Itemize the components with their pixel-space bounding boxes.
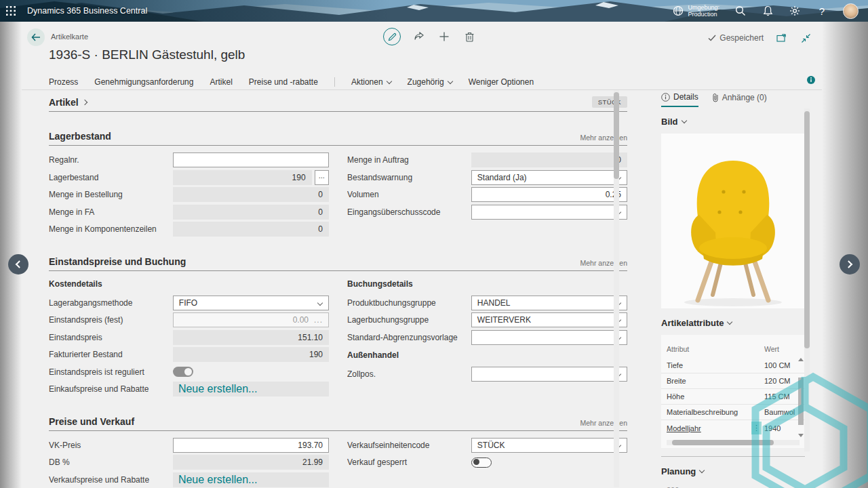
- field-label: Einstandspreis: [49, 333, 165, 342]
- next-record-button[interactable]: [840, 254, 860, 274]
- einstandspreis-field[interactable]: 151.10: [173, 330, 329, 345]
- scroll-down-icon[interactable]: [798, 434, 804, 437]
- scrollbar-thumb[interactable]: [614, 92, 619, 179]
- chevron-right-icon: [845, 260, 852, 268]
- factbox-divider: [661, 456, 805, 457]
- ribbon-item-prozess[interactable]: Prozess: [49, 77, 78, 87]
- environment-switcher[interactable]: Umgebung: Production: [673, 4, 719, 18]
- lagerabgangsmethode-select[interactable]: FIFO: [173, 296, 329, 310]
- new-plus-button[interactable]: [437, 30, 451, 43]
- info-icon: [661, 93, 670, 102]
- user-avatar[interactable]: [843, 3, 859, 19]
- show-more-link[interactable]: Mehr anzeigen: [580, 419, 627, 427]
- einstandspreise-title[interactable]: Einstandspreise und Buchung: [49, 256, 186, 267]
- field-row: Einkaufspreise und Rabatte Neue erstelle…: [49, 382, 329, 396]
- attributes-table: Attribut Wert Tiefe100 CM Breite120 CM H…: [661, 335, 805, 448]
- show-more-link[interactable]: Mehr anzeigen: [580, 259, 627, 267]
- menge-in-komponentenzeilen-field[interactable]: 0: [173, 222, 329, 237]
- zollpos-select[interactable]: [471, 367, 627, 382]
- unit-of-measure-badge[interactable]: STÜCK: [592, 96, 627, 108]
- table-row-selected[interactable]: Modelljahr ⋮ 1940: [661, 420, 805, 436]
- notifications-bell-icon[interactable]: [762, 5, 774, 17]
- back-button[interactable]: [27, 28, 45, 46]
- ribbon-menu-aktionen[interactable]: Aktionen: [351, 77, 391, 87]
- delete-trash-button[interactable]: [462, 30, 476, 43]
- scrollbar-thumb[interactable]: [672, 440, 774, 445]
- volumen-input[interactable]: 0.25: [471, 187, 627, 202]
- show-more-link[interactable]: Mehr anzeigen: [580, 134, 627, 142]
- scroll-up-icon[interactable]: [798, 358, 804, 361]
- verkauf-gesperrt-toggle[interactable]: [471, 458, 492, 468]
- einstandspreis-fest-input[interactable]: 0.00...: [173, 312, 329, 327]
- ribbon-item-genehmigungsanforderung[interactable]: Genehmigungsanforderung: [94, 77, 193, 87]
- artikelattribute-section-header[interactable]: Artikelattribute: [661, 318, 821, 328]
- field-label: Bestandswarnung: [347, 173, 463, 182]
- teaching-tip-info-icon[interactable]: [807, 76, 815, 84]
- lagerbestand-title[interactable]: Lagerbestand: [49, 131, 111, 142]
- lagerbuchungsgruppe-select[interactable]: WEITERVERK: [471, 312, 627, 327]
- eingangsueberschusscode-select[interactable]: [471, 205, 627, 220]
- chevron-down-icon: [727, 319, 732, 325]
- lagerbestand-assist-button[interactable]: ...: [315, 170, 329, 185]
- table-horizontal-scrollbar[interactable]: [667, 440, 800, 445]
- scrollbar-thumb[interactable]: [798, 378, 804, 425]
- table-vertical-scrollbar[interactable]: [798, 358, 804, 437]
- chevron-down-icon: [681, 118, 686, 123]
- collapse-window-icon[interactable]: [799, 31, 812, 45]
- ribbon-item-artikel[interactable]: Artikel: [210, 77, 232, 87]
- produktbuchungsgruppe-select[interactable]: HANDEL: [471, 296, 627, 310]
- scrollbar-thumb[interactable]: [804, 111, 810, 348]
- open-in-new-window-icon[interactable]: [774, 31, 788, 45]
- share-button[interactable]: [412, 30, 426, 43]
- menge-in-auftrag-field[interactable]: 0: [471, 152, 627, 167]
- field-row: Regalnr.: [49, 152, 329, 167]
- artikel-group-title[interactable]: Artikel: [49, 97, 87, 108]
- previous-record-button[interactable]: [8, 254, 28, 274]
- edit-pencil-button[interactable]: [383, 28, 401, 45]
- bestandswarnung-select[interactable]: Standard (Ja): [471, 170, 627, 185]
- fakturierter-bestand-field[interactable]: 190: [173, 347, 329, 362]
- field-label: Einstandspreis (fest): [49, 315, 165, 325]
- attribute-more-button[interactable]: ⋮: [751, 422, 762, 434]
- bild-section-header[interactable]: Bild: [661, 117, 821, 127]
- field-row: Bestandswarnung Standard (Ja): [347, 170, 627, 185]
- einkaufspreise-neue-erstellen-link[interactable]: Neue erstellen...: [173, 382, 329, 396]
- field-row: Menge in Auftrag 0: [347, 152, 627, 167]
- ribbon-item-weniger-optionen[interactable]: Weniger Optionen: [469, 77, 534, 87]
- app-title[interactable]: Dynamics 365 Business Central: [27, 6, 147, 16]
- preise-title[interactable]: Preise und Verkauf: [49, 416, 134, 427]
- verkaufseinheitencode-select[interactable]: STÜCK: [471, 438, 627, 453]
- tab-details[interactable]: Details: [661, 92, 698, 107]
- chevron-left-icon: [16, 260, 23, 268]
- ribbon-item-preise-und-rabatte[interactable]: Preise und -rabatte: [249, 77, 318, 87]
- standard-abgrenzungsvorlage-select[interactable]: [471, 330, 627, 345]
- kostendetails-group-label: Kostendetails: [49, 279, 329, 289]
- menge-in-bestellung-field[interactable]: 0: [173, 187, 329, 202]
- environment-value: Production: [688, 11, 719, 18]
- table-row[interactable]: Breite120 CM: [661, 373, 805, 389]
- help-icon[interactable]: ?: [816, 5, 828, 17]
- lagerbestand-value-field[interactable]: 190: [173, 170, 312, 185]
- regalnr-input[interactable]: [173, 152, 329, 167]
- vk-preis-input[interactable]: 193.70: [173, 438, 329, 453]
- table-row[interactable]: Tiefe100 CM: [661, 358, 805, 373]
- field-row: Lagerbuchungsgruppe WEITERVERK: [347, 312, 627, 327]
- table-row[interactable]: Höhe115 CM: [661, 389, 805, 405]
- einstandspreis-reguliert-toggle[interactable]: [173, 367, 193, 377]
- main-scrollbar[interactable]: [614, 90, 619, 487]
- planung-section-header[interactable]: Planung: [661, 466, 821, 476]
- factbox-scrollbar[interactable]: [804, 108, 810, 451]
- db-prozent-field[interactable]: 21.99: [173, 455, 329, 470]
- menge-in-fa-field[interactable]: 0: [173, 205, 329, 220]
- app-launcher-waffle-icon[interactable]: [0, 0, 22, 22]
- field-row: Volumen 0.25: [347, 187, 627, 202]
- assist-ellipsis[interactable]: ...: [314, 315, 328, 325]
- tab-anhaenge[interactable]: Anhänge (0): [712, 93, 767, 106]
- table-row[interactable]: MaterialbeschreibungBaumwol: [661, 405, 805, 420]
- breadcrumb[interactable]: Artikelkarte: [51, 33, 88, 41]
- verkaufspreise-neue-erstellen-link[interactable]: Neue erstellen...: [173, 472, 329, 487]
- ribbon-menu-zugehoerig[interactable]: Zugehörig: [408, 77, 452, 87]
- search-icon[interactable]: [734, 5, 747, 17]
- item-picture[interactable]: [661, 134, 805, 308]
- settings-gear-icon[interactable]: [789, 5, 801, 17]
